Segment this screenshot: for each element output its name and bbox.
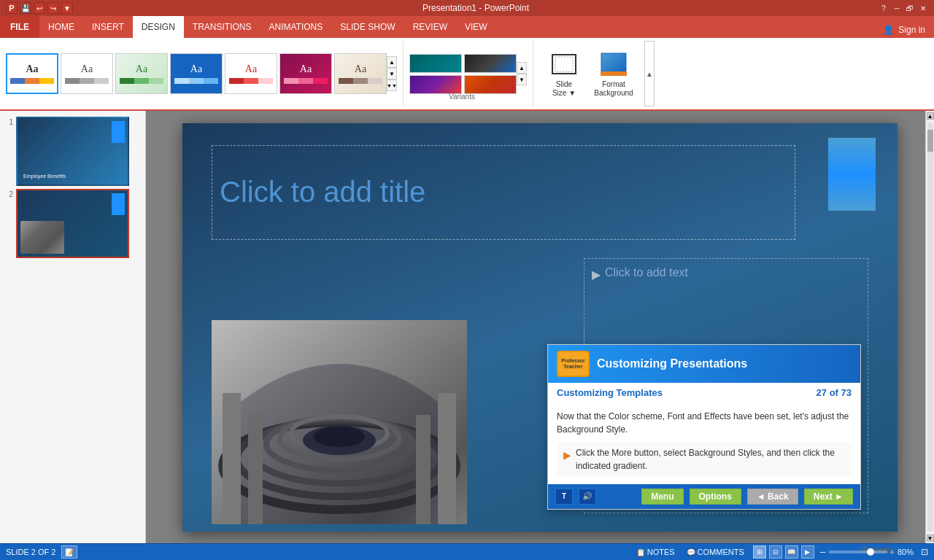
help-button[interactable]: ? [879, 3, 889, 13]
slide-size-label: SlideSize ▼ [552, 80, 576, 98]
slide-thumb-1[interactable]: 1 Employee Benefits [3, 117, 142, 186]
next-button[interactable]: Next ► [804, 489, 853, 505]
variant-items [409, 54, 517, 94]
slide-arch-image [212, 320, 467, 524]
themes-scroll: ▲ ▼ ▼▼ [387, 55, 397, 93]
theme-scroll-more[interactable]: ▼▼ [387, 79, 397, 91]
zoom-slider[interactable] [829, 551, 887, 553]
svg-rect-15 [416, 415, 431, 524]
window-controls: ? ─ 🗗 ✕ [879, 3, 928, 13]
window-title: Presentation1 - PowerPoint [73, 3, 879, 13]
powerpoint-icon: P [6, 2, 18, 14]
tutorial-title: Customizing Presentations [597, 357, 747, 370]
theme-items: Aa Aa Aa Aa Aa [6, 53, 387, 94]
close-button[interactable]: ✕ [918, 3, 928, 13]
variant-scroll-down[interactable]: ▼ [517, 74, 527, 85]
svg-rect-14 [438, 393, 456, 524]
svg-rect-2 [601, 53, 626, 72]
tutorial-subtitle: Customizing Templates [557, 387, 663, 398]
minimize-button[interactable]: ─ [892, 3, 902, 13]
tab-review[interactable]: REVIEW [404, 16, 456, 38]
variant-scroll-up[interactable]: ▲ [517, 62, 527, 74]
theme-4[interactable]: Aa [170, 53, 223, 94]
slide-canvas: Click to add title ▶ Click to add text [182, 123, 898, 532]
slide-image-1[interactable]: Employee Benefits [16, 117, 129, 186]
theme-office[interactable]: Aa [6, 53, 58, 94]
tutorial-footer: T 🔊 Menu Options ◄ Back Next ► [548, 484, 860, 509]
slide-num-1: 1 [3, 118, 13, 126]
scroll-thumb[interactable] [927, 130, 933, 152]
slide-size-button[interactable]: SlideSize ▼ [542, 50, 586, 98]
theme-3[interactable]: Aa [115, 53, 168, 94]
quick-undo[interactable]: ↩ [34, 2, 45, 14]
ribbon: Aa Aa Aa Aa Aa [0, 38, 934, 111]
scroll-track [927, 122, 933, 532]
badge-text: ProfessorTeacher [561, 358, 585, 369]
tutorial-audio-btn[interactable]: 🔊 [579, 489, 596, 505]
slide-num-2: 2 [3, 190, 13, 198]
theme-scroll-down[interactable]: ▼ [387, 68, 397, 79]
canvas-area[interactable]: Click to add title ▶ Click to add text [146, 111, 934, 543]
zoom-thumb[interactable] [867, 548, 874, 556]
content-arrow-icon: ▶ [592, 268, 601, 281]
variant-2[interactable] [464, 54, 517, 73]
customize-group: SlideSize ▼ FormatBackground Customize [533, 41, 644, 106]
restore-button[interactable]: 🗗 [905, 3, 915, 13]
menu-button[interactable]: Menu [641, 489, 683, 505]
theme-5[interactable]: Aa [225, 53, 277, 94]
ribbon-tab-bar: FILE HOME INSERT DESIGN TRANSITIONS ANIM… [0, 16, 934, 38]
tab-file[interactable]: FILE [0, 16, 39, 38]
slide-thumb-2[interactable]: 2 [3, 189, 142, 258]
theme-6[interactable]: Aa [279, 53, 332, 94]
tutorial-body: Now that the Color scheme, Font and Effe… [548, 402, 860, 484]
options-button[interactable]: Options [690, 489, 741, 505]
variants-gallery: ▲ ▼ Variants [404, 41, 533, 106]
slide-blue-accent-1 [112, 121, 125, 143]
variant-1[interactable] [409, 54, 462, 73]
scroll-down-arrow[interactable]: ▼ [927, 534, 934, 542]
title-placeholder[interactable]: Click to add title [212, 145, 795, 240]
variants-scroll: ▲ ▼ [517, 61, 527, 87]
quick-customize[interactable]: ▼ [61, 2, 73, 14]
tutorial-counter: 27 of 73 [817, 387, 852, 398]
tutorial-subheader: Customizing Templates 27 of 73 [548, 383, 860, 402]
signin-button[interactable]: 👤 Sign in [874, 22, 934, 38]
slide-info: SLIDE 2 OF 2 [6, 548, 55, 556]
main-area: 1 Employee Benefits 2 Click to add title [0, 111, 934, 543]
instruction-text: Click the More button, select Background… [576, 446, 847, 472]
tab-transitions[interactable]: TRANSITIONS [184, 16, 260, 38]
tab-view[interactable]: VIEW [456, 16, 496, 38]
slide-image-2[interactable] [16, 189, 129, 258]
canvas-scrollbar: ▲ ▼ [925, 111, 934, 543]
tab-animations[interactable]: ANIMATIONS [260, 16, 331, 38]
slide-title-1: Employee Benefits [23, 174, 66, 179]
slide-panel: 1 Employee Benefits 2 [0, 111, 146, 543]
tutorial-text-btn[interactable]: T [555, 489, 573, 505]
slide-arch-thumb [20, 221, 64, 254]
theme-7[interactable]: Aa [334, 53, 387, 94]
quick-redo[interactable]: ↪ [47, 2, 59, 14]
ribbon-collapse-btn[interactable]: ▲ [644, 41, 655, 106]
slide-size-icon [549, 50, 579, 79]
title-placeholder-text: Click to add title [220, 176, 425, 209]
quick-save[interactable]: 💾 [20, 2, 31, 14]
themes-gallery: Aa Aa Aa Aa Aa [0, 41, 404, 106]
tab-design[interactable]: DESIGN [133, 16, 184, 38]
theme-scroll-up[interactable]: ▲ [387, 56, 397, 68]
tutorial-instruction: ▶ Click the More button, select Backgrou… [557, 442, 852, 477]
format-background-button[interactable]: FormatBackground [592, 50, 636, 98]
svg-rect-3 [601, 71, 627, 76]
tutorial-popup: ProfessorTeacher Customizing Presentatio… [547, 344, 861, 510]
theme-2[interactable]: Aa [61, 53, 113, 94]
tab-insert[interactable]: INSERT [83, 16, 133, 38]
tab-slideshow[interactable]: SLIDE SHOW [331, 16, 404, 38]
content-placeholder-text: Click to add text [605, 266, 688, 279]
svg-rect-13 [248, 415, 263, 524]
slide-notes-icon[interactable]: 📝 [61, 545, 77, 559]
svg-point-17 [314, 427, 365, 447]
tutorial-body-text: Now that the Color scheme, Font and Effe… [557, 410, 852, 436]
tab-home[interactable]: HOME [39, 16, 83, 38]
variants-label: Variants [404, 90, 520, 101]
scroll-up-arrow[interactable]: ▲ [927, 112, 934, 120]
back-button[interactable]: ◄ Back [747, 489, 798, 505]
